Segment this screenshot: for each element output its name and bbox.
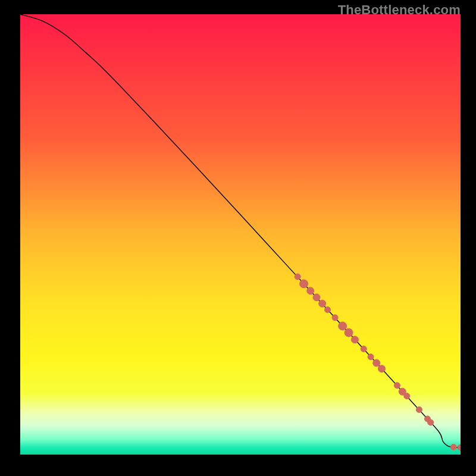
- chart-marker: [319, 300, 326, 307]
- chart-marker: [295, 274, 300, 280]
- chart-marker: [416, 407, 422, 413]
- chart-marker: [313, 294, 320, 301]
- chart-plot-area: [20, 14, 461, 455]
- chart-marker: [300, 280, 308, 288]
- chart-marker: [325, 307, 331, 313]
- chart-marker: [351, 336, 358, 343]
- chart-marker: [339, 322, 347, 330]
- chart-marker: [373, 359, 380, 367]
- chart-marker: [361, 346, 367, 352]
- chart-marker: [428, 419, 434, 425]
- chart-marker: [332, 315, 338, 321]
- chart-background: [20, 14, 461, 455]
- chart-marker: [368, 354, 374, 360]
- chart-marker: [378, 365, 386, 372]
- chart-marker: [345, 328, 353, 337]
- chart-marker: [404, 393, 410, 399]
- chart-svg: [20, 14, 461, 455]
- chart-marker: [394, 383, 400, 389]
- chart-marker: [307, 287, 314, 295]
- chart-stage: TheBottleneck.com: [0, 0, 476, 476]
- chart-marker: [450, 444, 456, 450]
